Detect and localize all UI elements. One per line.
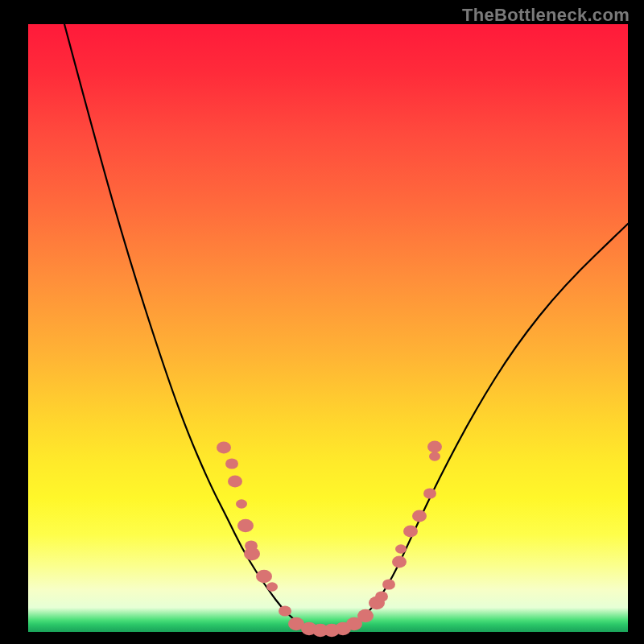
watermark-text: TheBottleneck.com xyxy=(462,5,630,26)
plot-area xyxy=(28,24,628,632)
page-frame: TheBottleneck.com xyxy=(0,0,644,644)
